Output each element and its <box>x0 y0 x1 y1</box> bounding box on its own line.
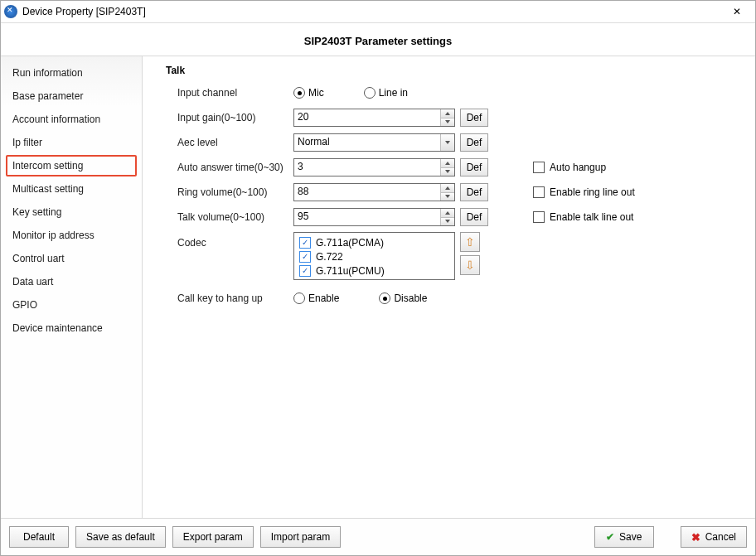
app-icon <box>4 5 17 18</box>
spin-value[interactable]: 95 <box>294 209 440 225</box>
sidebar-item-run-information[interactable]: Run information <box>1 61 142 85</box>
codec-listbox[interactable]: ✓ G.711a(PCMA) ✓ G.722 ✓ G.711u(PCMU) <box>293 232 455 280</box>
row-controls: Mic Line in <box>293 87 455 99</box>
arrow-down-icon: ⇩ <box>465 259 475 272</box>
export-param-button[interactable]: Export param <box>172 526 254 548</box>
codec-move-up-button[interactable]: ⇧ <box>460 232 480 252</box>
sidebar-item-ip-filter[interactable]: Ip filter <box>1 131 142 154</box>
input-gain-spinbox[interactable]: 20 <box>293 109 455 127</box>
codec-label: G.711u(PCMU) <box>316 265 385 277</box>
spin-up-button[interactable] <box>441 159 454 168</box>
spin-value[interactable]: 3 <box>294 159 440 176</box>
def-button-auto-answer[interactable]: Def <box>460 158 488 176</box>
sidebar-item-data-uart[interactable]: Data uart <box>1 270 142 293</box>
close-button[interactable]: ✕ <box>722 1 752 22</box>
chevron-down-icon <box>445 220 450 223</box>
radio-icon <box>379 293 390 304</box>
window-title: Device Property [SIP2403T] <box>22 6 722 17</box>
sidebar-item-device-maintenance[interactable]: Device maintenance <box>1 317 142 340</box>
checkbox-label: Enable ring line out <box>550 186 635 198</box>
spin-down-button[interactable] <box>441 218 454 226</box>
codec-item-g711u[interactable]: ✓ G.711u(PCMU) <box>299 263 449 278</box>
spin-down-button[interactable] <box>441 118 454 127</box>
sidebar-item-label: Run information <box>12 67 83 79</box>
row-call-key: Call key to hang up Enable Disable <box>166 288 740 308</box>
spin-value[interactable]: 20 <box>294 109 440 126</box>
titlebar: Device Property [SIP2403T] ✕ <box>1 1 755 23</box>
spin-up-button[interactable] <box>441 184 454 193</box>
window: Device Property [SIP2403T] ✕ SIP2403T Pa… <box>0 0 756 556</box>
row-ring-volume: Ring volume(0~100) 88 Def Enable ring li… <box>166 182 740 202</box>
button-label: Save <box>619 531 642 543</box>
def-button-talk-volume[interactable]: Def <box>460 208 488 226</box>
sidebar-item-label: Intercom setting <box>12 160 83 172</box>
spin-down-button[interactable] <box>441 168 454 176</box>
check-icon: ✔ <box>606 531 614 543</box>
def-button-input-gain[interactable]: Def <box>460 109 488 127</box>
select-dropdown-button[interactable] <box>440 134 454 151</box>
checkbox-auto-hangup[interactable]: Auto hangup <box>533 162 606 173</box>
row-input-gain: Input gain(0~100) 20 Def <box>166 108 740 128</box>
radio-enable[interactable]: Enable <box>293 293 339 304</box>
save-as-default-button[interactable]: Save as default <box>75 526 166 548</box>
radio-label: Line in <box>379 87 408 99</box>
sidebar-item-base-parameter[interactable]: Base parameter <box>1 85 142 108</box>
def-button-aec-level[interactable]: Def <box>460 133 488 152</box>
spin-up-button[interactable] <box>441 209 454 218</box>
content: Talk Input channel Mic Line in <box>143 56 755 518</box>
sidebar-item-label: Key setting <box>12 206 61 218</box>
spin-down-button[interactable] <box>441 193 454 201</box>
def-button-ring-volume[interactable]: Def <box>460 183 488 201</box>
sidebar-item-gpio[interactable]: GPIO <box>1 293 142 317</box>
checkbox-checked-icon: ✓ <box>299 251 311 263</box>
import-param-button[interactable]: Import param <box>260 526 341 548</box>
page-title: SIP2403T Parameter settings <box>1 23 755 56</box>
footer: Default Save as default Export param Imp… <box>1 518 755 555</box>
row-label: Talk volume(0~100) <box>166 211 293 223</box>
checkbox-talk-line-out[interactable]: Enable talk line out <box>533 211 633 223</box>
button-label: Export param <box>183 531 243 543</box>
chevron-up-icon <box>445 211 450 215</box>
row-label: Aec level <box>166 137 293 148</box>
sidebar-item-control-uart[interactable]: Control uart <box>1 247 142 270</box>
spin-up-button[interactable] <box>441 109 454 118</box>
spin-value[interactable]: 88 <box>294 184 440 201</box>
radio-icon <box>293 293 305 304</box>
sidebar-item-intercom-setting[interactable]: Intercom setting <box>6 155 137 176</box>
radio-label: Mic <box>308 87 324 99</box>
row-auto-answer: Auto answer time(0~30) 3 Def Auto hangup <box>166 157 740 177</box>
talk-volume-spinbox[interactable]: 95 <box>293 208 455 226</box>
sidebar: Run information Base parameter Account i… <box>1 56 143 518</box>
sidebar-item-account-information[interactable]: Account information <box>1 108 142 131</box>
aec-level-select[interactable]: Normal <box>293 133 455 152</box>
save-button[interactable]: ✔ Save <box>594 526 654 548</box>
body: Run information Base parameter Account i… <box>1 56 755 518</box>
auto-answer-spinbox[interactable]: 3 <box>293 158 455 176</box>
row-label: Codec <box>166 232 293 249</box>
close-icon: ✕ <box>733 6 741 17</box>
cancel-button[interactable]: ✖ Cancel <box>681 526 747 548</box>
sidebar-item-key-setting[interactable]: Key setting <box>1 201 142 224</box>
default-button[interactable]: Default <box>9 526 69 548</box>
checkbox-icon <box>533 211 545 223</box>
row-label: Call key to hang up <box>166 293 293 304</box>
codec-move-down-button[interactable]: ⇩ <box>460 255 480 275</box>
checkbox-ring-line-out[interactable]: Enable ring line out <box>533 186 635 198</box>
radio-disable[interactable]: Disable <box>379 293 427 304</box>
sidebar-item-label: Base parameter <box>12 90 83 102</box>
radio-line-in[interactable]: Line in <box>364 87 408 99</box>
radio-mic[interactable]: Mic <box>293 87 324 99</box>
radio-icon <box>364 87 376 99</box>
row-aec-level: Aec level Normal Def <box>166 133 740 152</box>
codec-item-g722[interactable]: ✓ G.722 <box>299 249 449 263</box>
sidebar-item-multicast-setting[interactable]: Multicast setting <box>1 177 142 201</box>
button-label: Cancel <box>705 531 736 543</box>
ring-volume-spinbox[interactable]: 88 <box>293 183 455 201</box>
codec-item-g711a[interactable]: ✓ G.711a(PCMA) <box>299 235 449 249</box>
button-label: Save as default <box>86 531 155 543</box>
codec-label: G.711a(PCMA) <box>316 237 384 249</box>
sidebar-item-monitor-ip-address[interactable]: Monitor ip address <box>1 224 142 247</box>
sidebar-item-label: Multicast setting <box>12 183 84 195</box>
radio-label: Disable <box>394 293 427 304</box>
checkbox-icon <box>533 186 545 198</box>
